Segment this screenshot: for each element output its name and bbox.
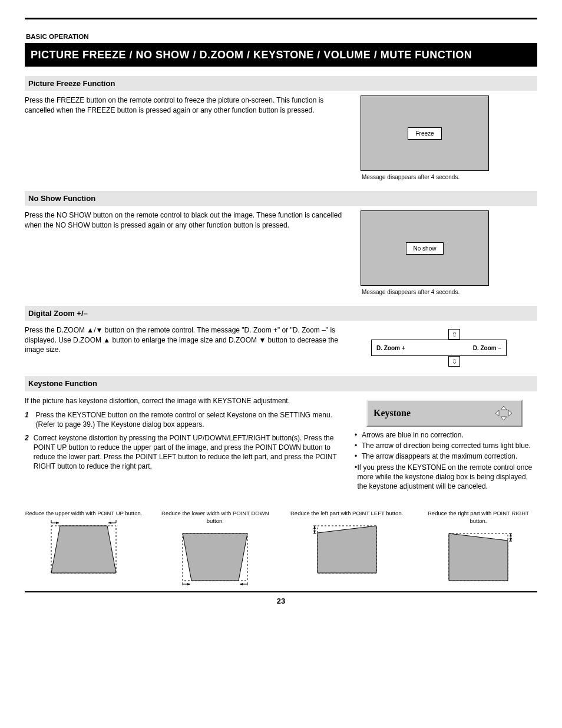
svg-marker-5 [318,526,376,573]
keystone-intro: If the picture has keystone distortion, … [25,396,343,406]
keystone-step-1: Press the KEYSTONE button on the remote … [36,410,343,429]
section-title-freeze: Picture Freeze Function [25,76,537,91]
keystone-dialog: Keystone [366,400,523,427]
trapezoid-left-icon [303,520,391,579]
section-title-dzoom: Digital Zoom +/– [25,306,537,321]
freeze-screen: Freeze [361,95,489,171]
down-arrow-icon: ⇩ [448,356,460,367]
page-number: 23 [25,596,537,607]
noshow-screen: No show [361,210,489,286]
freeze-caption: Message disappears after 4 seconds. [362,173,537,182]
trap-cap-left: Reduce the left part with POINT LEFT but… [288,510,406,518]
dzoom-body: Press the D.ZOOM ▲/▼ button on the remot… [25,325,343,354]
dzoom-plus-label: D. Zoom + [376,344,405,353]
step-number-1: 1 [25,410,31,429]
keystone-step-2: Correct keystone distortion by pressing … [34,433,343,472]
trap-cap-right: Reduce the right part with POINT RIGHT b… [419,510,537,525]
keystone-notes: •Arrows are blue in no correction. •The … [355,430,537,491]
note-3: The arrow disappears at the maximum corr… [362,452,517,461]
freeze-message: Freeze [408,127,441,140]
noshow-caption: Message disappears after 4 seconds. [362,288,537,297]
section-title-keystone: Keystone Function [25,376,537,391]
page-header: BASIC OPERATION PICTURE FREEZE / NO SHOW… [25,32,537,67]
noshow-body: Press the NO SHOW button on the remote c… [25,210,343,229]
svg-marker-3 [183,533,247,581]
note-2: The arrow of direction being corrected t… [362,441,531,450]
noshow-message: No show [406,242,444,255]
keystone-trapezoid-examples: Reduce the upper width with POINT UP but… [25,510,537,587]
trapezoid-up-icon [39,520,128,579]
svg-marker-1 [51,526,116,573]
freeze-body: Press the FREEZE button on the remote co… [25,95,343,114]
trap-cap-down: Reduce the lower width with POINT DOWN b… [156,510,274,525]
trapezoid-right-icon [434,528,523,587]
svg-marker-7 [449,533,508,581]
dzoom-figure: ⇧ D. Zoom + D. Zoom – ⇩ [371,329,537,367]
four-way-arrows-icon [492,405,515,421]
header-title: PICTURE FREEZE / NO SHOW / D.ZOOM / KEYS… [25,43,537,67]
up-arrow-icon: ⇧ [448,329,460,340]
note-4: If you press the KEYSTONE on the remote … [358,463,538,492]
keystone-dialog-label: Keystone [373,407,411,420]
note-1: Arrows are blue in no correction. [362,430,464,440]
section-title-noshow: No Show Function [25,191,537,206]
trap-cap-up: Reduce the upper width with POINT UP but… [25,510,143,518]
trapezoid-down-icon [171,528,259,587]
step-number-2: 2 [25,433,29,472]
dzoom-minus-label: D. Zoom – [473,344,501,353]
header-category: BASIC OPERATION [25,32,537,43]
